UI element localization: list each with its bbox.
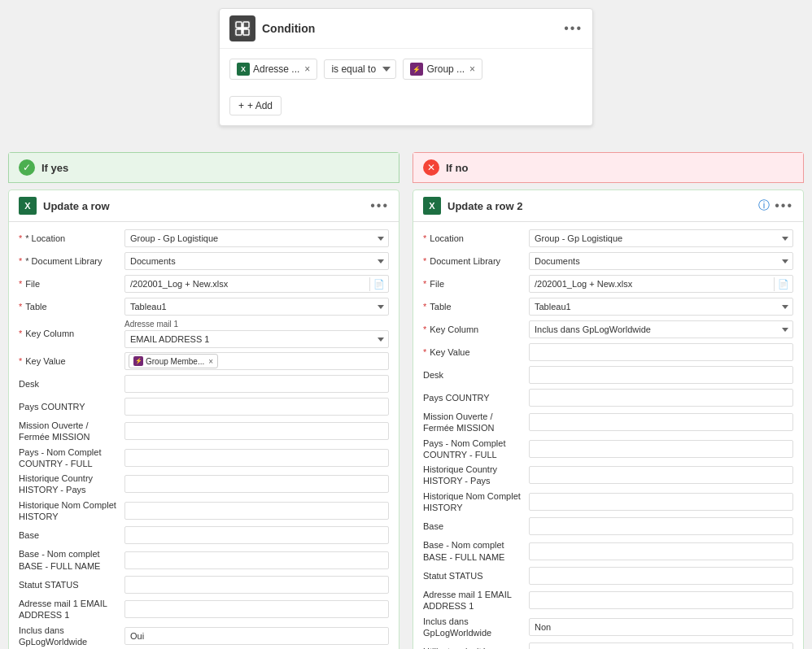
location-select-wrapper-no[interactable]: Group - Gp Logistique <box>529 229 793 247</box>
chip1-close[interactable]: × <box>304 63 310 75</box>
update-row-block-no: X Update a row 2 ⓘ ••• *Location Group -… <box>413 189 804 649</box>
chip1-text: Adresse ... <box>253 63 299 75</box>
base-label-no: Base <box>423 521 529 532</box>
condition-chip1[interactable]: X Adresse ... × <box>229 59 317 80</box>
location-select-no[interactable]: Group - Gp Logistique <box>529 229 793 247</box>
desk-input-yes[interactable] <box>124 375 389 393</box>
file-text-no[interactable] <box>530 277 774 290</box>
pays-row-no: Pays COUNTRY <box>423 388 793 407</box>
inclus-input-yes[interactable] <box>124 627 389 645</box>
pays-nom-input-yes[interactable] <box>124 449 389 467</box>
doc-library-row-no: *Document Library Documents <box>423 251 793 271</box>
base-nom-input-yes[interactable] <box>124 551 389 569</box>
historique-country-input-yes[interactable] <box>124 475 389 493</box>
desk-input-no[interactable] <box>529 366 793 384</box>
file-text-yes[interactable] <box>125 277 369 290</box>
table-row-yes: *Table Tableau1 <box>19 297 389 316</box>
if-yes-panel: ✓ If yes X Update a row ••• ** Location <box>8 152 399 649</box>
if-no-label: If no <box>446 162 468 174</box>
table-select-no[interactable]: Tableau1 <box>529 298 793 316</box>
adresse-mail-row-yes: Adresse mail 1 EMAIL ADDRESS 1 <box>19 598 389 621</box>
adresse-mail-row-no: Adresse mail 1 EMAIL ADDRESS 1 <box>423 589 793 612</box>
mission-input-no[interactable] <box>529 413 793 431</box>
historique-nom-row-yes: Historique Nom Complet HISTORY <box>19 499 389 523</box>
base-label-yes: Base <box>19 529 124 541</box>
key-value-input-no[interactable] <box>529 343 793 361</box>
key-value-token-yes[interactable]: ⚡ Group Membe... × <box>124 352 389 370</box>
mission-row-yes: Mission Ouverte / Fermée MISSION <box>19 420 389 443</box>
base-nom-row-yes: Base - Nom complet BASE - FULL NAME <box>19 548 389 572</box>
no-icon: ✕ <box>423 159 439 176</box>
historique-country-input-no[interactable] <box>529 466 793 484</box>
operator-select[interactable]: is equal to <box>324 59 396 79</box>
pays-nom-row-yes: Pays - Nom Complet COUNTRY - FULL <box>19 446 389 470</box>
table-label-yes: *Table <box>19 301 124 312</box>
file-input-no[interactable]: 📄 <box>529 275 793 293</box>
table-row-no: *Table Tableau1 <box>423 297 793 316</box>
statut-input-no[interactable] <box>529 567 793 585</box>
desk-label-yes: Desk <box>19 378 124 390</box>
file-row-no: *File 📄 <box>423 274 793 294</box>
statut-input-yes[interactable] <box>124 576 389 594</box>
condition-header: Condition ••• <box>220 9 592 49</box>
pays-nom-label-yes: Pays - Nom Complet COUNTRY - FULL <box>19 446 124 470</box>
if-no-panel: ✕ If no X Update a row 2 ⓘ ••• *L <box>413 152 804 649</box>
table-select-wrapper-no[interactable]: Tableau1 <box>529 298 793 316</box>
table-select-wrapper-yes[interactable]: Tableau1 <box>124 298 389 316</box>
key-value-token-text-yes: Group Membe... <box>146 357 204 366</box>
condition-block: Condition ••• X Adresse ... × is equal t… <box>219 8 593 126</box>
key-column-select-no[interactable]: Inclus dans GpLogWorldwide <box>529 320 793 338</box>
key-column-select-wrapper-no[interactable]: Inclus dans GpLogWorldwide <box>529 320 793 338</box>
chip2-close[interactable]: × <box>469 63 475 75</box>
key-value-chip-close-yes[interactable]: × <box>208 357 213 366</box>
utilisateur-input-no[interactable] <box>529 642 793 649</box>
key-column-sublabel-yes: Adresse mail 1 <box>124 320 389 329</box>
utilisateur-row-no: Utilisateur invité <box>423 642 793 649</box>
condition-chip2[interactable]: ⚡ Group ... × <box>403 59 482 80</box>
inclus-input-no[interactable] <box>529 618 793 636</box>
mission-input-yes[interactable] <box>124 422 389 440</box>
file-input-yes[interactable]: 📄 <box>124 275 389 293</box>
base-input-yes[interactable] <box>124 526 389 544</box>
update-yes-menu-button[interactable]: ••• <box>370 198 389 213</box>
excel-icon-no: X <box>423 197 441 215</box>
statut-label-no: Statut STATUS <box>423 570 529 581</box>
panels-row: ✓ If yes X Update a row ••• ** Location <box>8 152 804 649</box>
pays-nom-input-no[interactable] <box>529 440 793 458</box>
pa-icon-chip2: ⚡ <box>410 63 423 76</box>
key-column-select-yes[interactable]: EMAIL ADDRESS 1 <box>124 330 389 348</box>
update-no-menu-button[interactable]: ••• <box>775 198 793 213</box>
if-no-header: ✕ If no <box>413 152 804 183</box>
doc-library-select-no[interactable]: Documents <box>529 252 793 270</box>
doc-library-select-wrapper-no[interactable]: Documents <box>529 252 793 270</box>
historique-nom-input-yes[interactable] <box>124 502 389 520</box>
key-value-chip-yes[interactable]: ⚡ Group Membe... × <box>129 354 218 368</box>
table-select-yes[interactable]: Tableau1 <box>124 298 389 316</box>
base-nom-input-no[interactable] <box>529 542 793 560</box>
key-value-label-yes: *Key Value <box>19 355 124 367</box>
location-select-wrapper-yes[interactable]: Group - Gp Logistique <box>124 229 389 247</box>
location-select-yes[interactable]: Group - Gp Logistique <box>124 229 389 247</box>
pays-input-no[interactable] <box>529 389 793 407</box>
update-title-area-no: X Update a row 2 <box>423 197 522 215</box>
inclus-row-no: Inclus dans GpLogWorldwide <box>423 616 793 639</box>
add-button[interactable]: + + Add <box>229 96 282 115</box>
condition-menu-button[interactable]: ••• <box>564 21 583 36</box>
adresse-mail-input-no[interactable] <box>529 591 793 609</box>
doc-library-row-yes: ** Document Library Documents <box>19 251 389 271</box>
mission-label-yes: Mission Ouverte / Fermée MISSION <box>19 420 124 443</box>
adresse-mail-input-yes[interactable] <box>124 600 389 618</box>
base-input-no[interactable] <box>529 517 793 535</box>
historique-nom-input-no[interactable] <box>529 493 793 511</box>
pays-label-yes: Pays COUNTRY <box>19 401 124 412</box>
update-no-info-button[interactable]: ⓘ <box>758 198 770 213</box>
location-label-no: *Location <box>423 233 529 244</box>
inclus-label-yes: Inclus dans GpLogWorldwide <box>19 625 124 648</box>
pays-input-yes[interactable] <box>124 398 389 416</box>
doc-library-select-yes[interactable]: Documents <box>124 252 389 270</box>
condition-body: X Adresse ... × is equal to ⚡ Group ... … <box>220 49 592 89</box>
key-column-label-no: *Key Column <box>423 324 529 335</box>
file-icon-yes: 📄 <box>369 277 388 291</box>
doc-library-select-wrapper-yes[interactable]: Documents <box>124 252 389 270</box>
update-row-header-yes: X Update a row ••• <box>9 190 399 222</box>
